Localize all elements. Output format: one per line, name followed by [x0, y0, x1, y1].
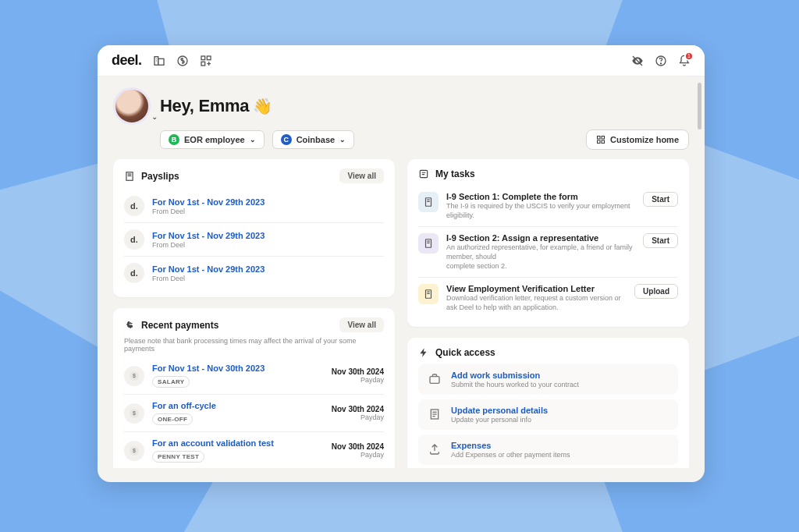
recent-payments-card: Recent payments View all Please note tha…	[113, 308, 395, 468]
brand-logo: deel.	[112, 52, 142, 69]
task-desc: An authorized representative, for exampl…	[446, 243, 635, 271]
view-all-button[interactable]: View all	[339, 168, 384, 183]
list-item[interactable]: d. For Nov 1st - Nov 29th 2023 From Deel	[124, 190, 384, 222]
payment-tag: PENNY TEST	[152, 451, 204, 463]
svg-text:$: $	[133, 448, 136, 454]
card-title: Quick access	[435, 347, 495, 358]
svg-text:$: $	[133, 373, 136, 379]
notifications-icon[interactable]: 1	[678, 55, 691, 67]
top-nav-left	[153, 55, 212, 67]
row-title: For an account validation test	[152, 438, 324, 448]
task-item: I-9 Section 1: Complete the form The I-9…	[418, 186, 678, 226]
page-greeting: Hey, Emma	[160, 96, 249, 115]
row-subtitle: From Deel	[152, 275, 384, 282]
wave-emoji: 👋	[253, 98, 272, 115]
row-title: For Nov 1st - Nov 29th 2023	[152, 264, 384, 274]
card-title: Recent payments	[141, 320, 218, 331]
deel-icon: d.	[124, 196, 144, 216]
list-item[interactable]: $ For an account validation test PENNY T…	[124, 431, 384, 468]
upload-icon	[426, 441, 443, 458]
svg-rect-5	[201, 56, 205, 60]
context-row: B EOR employee ⌄ C Coinbase ⌄ Customize …	[160, 129, 689, 150]
company-label: Coinbase	[297, 135, 336, 144]
customize-label: Customize home	[610, 135, 679, 144]
deel-icon: d.	[124, 229, 144, 250]
main-content: ⌄ Hey, Emma 👋 B EOR employee ⌄ C Coinbas…	[98, 76, 705, 482]
top-bar: deel. 1	[98, 45, 705, 76]
quick-access-title: Expenses	[451, 441, 570, 450]
my-tasks-card: My tasks I-9 Section 1: Complete the for…	[407, 159, 689, 327]
payment-tag: ONE-OFF	[152, 413, 193, 425]
money-icon	[124, 320, 135, 331]
task-item: View Employment Verification Letter Down…	[418, 277, 678, 318]
quick-access-title: Add work submission	[451, 371, 579, 380]
svg-rect-6	[207, 56, 211, 60]
task-desc: Download verification letter, request a …	[446, 294, 627, 312]
payment-sub: Payday	[332, 376, 384, 384]
svg-rect-14	[602, 137, 605, 140]
row-title: For Nov 1st - Nov 30th 2023	[152, 364, 324, 373]
list-item[interactable]: $ For Nov 1st - Nov 30th 2023 SALARY Nov…	[124, 357, 384, 394]
apps-icon[interactable]	[200, 55, 212, 67]
task-action-button[interactable]: Upload	[634, 284, 678, 299]
dollar-icon: $	[124, 441, 144, 461]
document-icon	[426, 406, 443, 423]
row-subtitle: From Deel	[152, 241, 384, 249]
currency-icon[interactable]	[176, 55, 189, 67]
svg-rect-38	[430, 376, 439, 383]
task-desc: The I-9 is required by the USCIS to veri…	[446, 202, 635, 220]
task-action-button[interactable]: Start	[643, 233, 678, 248]
list-item[interactable]: d. For Nov 1st - Nov 29th 2023 From Deel	[124, 256, 384, 289]
row-title: For Nov 1st - Nov 29th 2023	[152, 231, 384, 240]
quick-access-item[interactable]: Expenses Add Expenses or other payment i…	[418, 434, 678, 465]
company-chip[interactable]: C Coinbase ⌄	[272, 130, 355, 149]
payment-sub: Payday	[332, 451, 384, 459]
dollar-icon: $	[124, 366, 144, 386]
quick-access-title: Update personal details	[451, 406, 548, 415]
svg-point-12	[660, 62, 661, 63]
avatar[interactable]: ⌄	[113, 87, 151, 125]
svg-rect-13	[597, 137, 600, 140]
task-title: I-9 Section 2: Assign a representative	[446, 233, 635, 243]
payment-date: Nov 30th 2024	[332, 442, 384, 451]
list-item[interactable]: d. For Nov 1st - Nov 29th 2023 From Deel	[124, 222, 384, 256]
svg-rect-15	[597, 140, 600, 144]
quick-access-desc: Submit the hours worked to your contract	[451, 381, 579, 388]
payment-date: Nov 30th 2024	[332, 367, 384, 376]
task-title: I-9 Section 1: Complete the form	[446, 192, 635, 201]
visibility-off-icon[interactable]	[631, 55, 644, 67]
quick-access-item[interactable]: Update personal details Update your pers…	[418, 399, 678, 430]
task-action-button[interactable]: Start	[643, 192, 678, 207]
payslip-icon	[124, 171, 135, 182]
help-icon[interactable]	[655, 55, 667, 67]
notification-badge: 1	[684, 51, 694, 61]
briefcase-icon	[426, 371, 443, 388]
tasks-icon	[418, 168, 429, 179]
top-nav-right: 1	[631, 55, 691, 67]
customize-home-button[interactable]: Customize home	[586, 129, 689, 150]
chevron-down-icon: ⌄	[250, 136, 256, 144]
lightning-icon	[418, 347, 429, 358]
quick-access-desc: Update your personal info	[451, 416, 548, 424]
quick-access-desc: Add Expenses or other payment items	[451, 451, 570, 459]
list-item[interactable]: $ For an off-cycle ONE-OFF Nov 30th 2024…	[124, 394, 384, 431]
svg-rect-1	[158, 59, 163, 65]
svg-text:$: $	[133, 410, 136, 417]
task-title: View Employment Verification Letter	[446, 284, 627, 293]
card-subnote: Please note that bank processing times m…	[124, 337, 384, 353]
view-all-button[interactable]: View all	[339, 317, 384, 332]
svg-rect-16	[602, 140, 605, 144]
card-title: My tasks	[435, 168, 475, 179]
svg-rect-7	[201, 62, 205, 66]
quick-access-item[interactable]: Add work submission Submit the hours wor…	[418, 364, 678, 395]
employment-badge-icon: B	[169, 134, 179, 145]
org-icon[interactable]	[153, 55, 165, 67]
payment-sub: Payday	[332, 413, 384, 421]
hero: ⌄ Hey, Emma 👋	[113, 87, 689, 125]
chevron-down-icon[interactable]: ⌄	[151, 112, 158, 121]
row-subtitle: From Deel	[152, 207, 384, 215]
chevron-down-icon: ⌄	[339, 136, 346, 144]
employment-type-chip[interactable]: B EOR employee ⌄	[160, 130, 265, 149]
scrollbar[interactable]	[698, 83, 701, 129]
row-title: For Nov 1st - Nov 29th 2023	[152, 197, 384, 207]
